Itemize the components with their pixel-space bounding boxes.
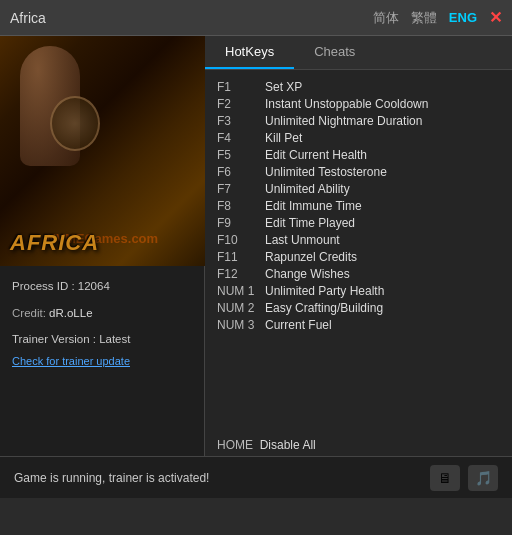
cheat-key: F12	[217, 267, 265, 281]
cheat-name: Unlimited Testosterone	[265, 165, 387, 179]
cheat-key: F6	[217, 165, 265, 179]
cheat-name: Last Unmount	[265, 233, 340, 247]
status-message: Game is running, trainer is activated!	[14, 471, 209, 485]
music-icon[interactable]: 🎵	[468, 465, 498, 491]
monitor-icon[interactable]: 🖥	[430, 465, 460, 491]
cheat-key: NUM 1	[217, 284, 265, 298]
tab-hotkeys[interactable]: HotKeys	[205, 36, 294, 69]
right-panel: HotKeys Cheats F1Set XPF2Instant Unstopp…	[205, 36, 512, 456]
credit-value: dR.oLLe	[49, 307, 92, 319]
main-content: NVMEGames.com AFRICA Process ID : 12064 …	[0, 36, 512, 456]
cheats-list: F1Set XPF2Instant Unstoppable CooldownF3…	[205, 70, 512, 432]
cheat-name: Unlimited Nightmare Duration	[265, 114, 422, 128]
cheat-key: F9	[217, 216, 265, 230]
cheat-item: F3Unlimited Nightmare Duration	[217, 112, 500, 129]
cheat-item: F2Instant Unstoppable Cooldown	[217, 95, 500, 112]
shield-decoration	[50, 96, 100, 151]
tabs: HotKeys Cheats	[205, 36, 512, 70]
left-panel: NVMEGames.com AFRICA Process ID : 12064 …	[0, 36, 205, 456]
game-image: NVMEGames.com AFRICA	[0, 36, 205, 266]
cheat-key: F3	[217, 114, 265, 128]
cheat-key: F7	[217, 182, 265, 196]
process-id: Process ID : 12064	[12, 276, 192, 297]
cheat-key: NUM 2	[217, 301, 265, 315]
statusbar-icons: 🖥 🎵	[430, 465, 498, 491]
cheat-item: NUM 2Easy Crafting/Building	[217, 299, 500, 316]
cheat-name: Kill Pet	[265, 131, 302, 145]
cheat-name: Unlimited Ability	[265, 182, 350, 196]
cheat-key: F11	[217, 250, 265, 264]
cheat-name: Edit Immune Time	[265, 199, 362, 213]
cheat-item: F5Edit Current Health	[217, 146, 500, 163]
cheat-key: F8	[217, 199, 265, 213]
cheat-key: F10	[217, 233, 265, 247]
cheat-name: Easy Crafting/Building	[265, 301, 383, 315]
cheat-item: F8Edit Immune Time	[217, 197, 500, 214]
cheat-name: Rapunzel Credits	[265, 250, 357, 264]
cheat-item: NUM 3Current Fuel	[217, 316, 500, 333]
info-panel: Process ID : 12064 Credit: dR.oLLe Train…	[0, 266, 204, 382]
credit-label: Credit:	[12, 307, 46, 319]
cheat-item: F4Kill Pet	[217, 129, 500, 146]
lang-eng-button[interactable]: ENG	[443, 8, 483, 27]
cheat-key: F1	[217, 80, 265, 94]
cheat-key: F4	[217, 131, 265, 145]
trainer-update-link[interactable]: Check for trainer update	[12, 352, 192, 372]
cheat-key: NUM 3	[217, 318, 265, 332]
cheat-item: F9Edit Time Played	[217, 214, 500, 231]
cheat-item: F12Change Wishes	[217, 265, 500, 282]
home-key: HOME	[217, 438, 256, 452]
lang-traditional-button[interactable]: 繁體	[405, 7, 443, 29]
lang-simple-button[interactable]: 简体	[367, 7, 405, 29]
cheat-key: F5	[217, 148, 265, 162]
game-title-overlay: AFRICA	[10, 230, 99, 256]
cheat-item: F1Set XP	[217, 78, 500, 95]
cheat-name: Set XP	[265, 80, 302, 94]
titlebar: Africa 简体 繁體 ENG ✕	[0, 0, 512, 36]
home-section: HOME Disable All	[205, 432, 512, 456]
cheat-name: Instant Unstoppable Cooldown	[265, 97, 428, 111]
cheat-name: Edit Time Played	[265, 216, 355, 230]
cheat-item: F6Unlimited Testosterone	[217, 163, 500, 180]
cheat-name: Change Wishes	[265, 267, 350, 281]
cheat-key: F2	[217, 97, 265, 111]
cheat-name: Edit Current Health	[265, 148, 367, 162]
home-action: Disable All	[260, 438, 316, 452]
trainer-version: Trainer Version : Latest	[12, 329, 192, 350]
tab-cheats[interactable]: Cheats	[294, 36, 375, 69]
app-title: Africa	[10, 10, 367, 26]
cheat-item: F11Rapunzel Credits	[217, 248, 500, 265]
cheat-item: F10Last Unmount	[217, 231, 500, 248]
cheat-name: Current Fuel	[265, 318, 332, 332]
cheat-item: NUM 1Unlimited Party Health	[217, 282, 500, 299]
statusbar: Game is running, trainer is activated! 🖥…	[0, 456, 512, 498]
cheat-name: Unlimited Party Health	[265, 284, 384, 298]
close-button[interactable]: ✕	[489, 8, 502, 27]
cheat-item: F7Unlimited Ability	[217, 180, 500, 197]
